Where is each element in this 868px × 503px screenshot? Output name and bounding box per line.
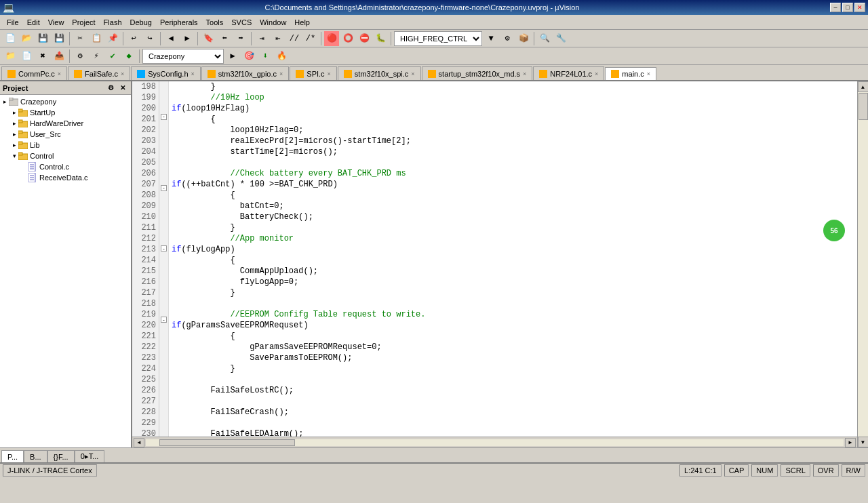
build-circle-button[interactable]: ⭕ <box>340 31 355 46</box>
menu-item-svcs[interactable]: SVCS <box>227 17 256 28</box>
tree-folder-item[interactable]: ▸Lib <box>0 140 131 150</box>
run-target-button[interactable]: ▶ <box>225 49 240 64</box>
tab-SPI_c[interactable]: SPI.c× <box>290 66 337 80</box>
check-button[interactable]: ✔ <box>105 49 120 64</box>
tree-folder-item[interactable]: ▸HardWareDriver <box>0 118 131 129</box>
menu-item-flash[interactable]: Flash <box>100 17 126 28</box>
tab-main_c[interactable]: main.c× <box>605 67 656 81</box>
menu-item-peripherals[interactable]: Peripherals <box>156 17 202 28</box>
bottom-tab-0[interactable]: P... <box>1 450 24 462</box>
project-settings-icon[interactable]: ⚙ <box>105 83 116 94</box>
scroll-track-h[interactable] <box>146 439 844 446</box>
add-group-button[interactable]: 📁 <box>3 49 18 64</box>
redo-button[interactable]: ↪ <box>142 31 157 46</box>
erase-button[interactable]: 🔥 <box>274 49 289 64</box>
tab-close-icon[interactable]: × <box>121 71 124 77</box>
uncomment-button[interactable]: /* <box>303 31 318 46</box>
nav-back-button[interactable]: ◀ <box>163 31 178 46</box>
scroll-thumb-v[interactable] <box>859 93 868 120</box>
bottom-tab-1[interactable]: B... <box>24 450 47 462</box>
diamond-button[interactable]: ◆ <box>121 49 136 64</box>
tab-close-icon[interactable]: × <box>411 71 414 77</box>
save-all-button[interactable]: 💾 <box>52 31 66 46</box>
bottom-tab-3[interactable]: 0▸T... <box>75 450 105 462</box>
save-button[interactable]: 💾 <box>35 31 50 46</box>
fold-marker[interactable]: - <box>159 112 168 122</box>
tree-expand-icon[interactable]: ▸ <box>1 98 8 105</box>
scroll-down-arrow[interactable]: ▼ <box>858 437 869 447</box>
wrench-button[interactable]: 🔧 <box>553 31 568 46</box>
fold-marker[interactable]: - <box>159 244 168 254</box>
scroll-left-arrow[interactable]: ◀ <box>134 438 144 447</box>
menu-item-window[interactable]: Window <box>256 17 290 28</box>
menu-item-debug[interactable]: Debug <box>126 17 156 28</box>
target-dropdown[interactable]: HIGH_FREQ_CTRL <box>394 31 482 46</box>
right-scrollbar[interactable]: ▲ ▼ <box>857 81 868 447</box>
tree-folder-item[interactable]: ▸Crazepony <box>0 96 131 107</box>
find-button[interactable]: 🔍 <box>537 31 552 46</box>
add-file-button[interactable]: 📄 <box>19 49 34 64</box>
tab-close-icon[interactable]: × <box>647 71 650 77</box>
tab-close-icon[interactable]: × <box>58 71 61 77</box>
tab-startup_stm32f10x_md_s[interactable]: startup_stm32f10x_md.s× <box>422 66 533 80</box>
project-dropdown[interactable]: Crazepony <box>142 49 224 64</box>
tab-NRF24L01_c[interactable]: NRF24L01.c× <box>533 66 604 80</box>
nav-forward-button[interactable]: ▶ <box>180 31 195 46</box>
tab-SysConfig_h[interactable]: SysConfig.h× <box>131 66 201 80</box>
minimize-button[interactable]: – <box>830 3 841 12</box>
tree-expand-icon[interactable]: ▾ <box>11 153 18 159</box>
export-button[interactable]: 📤 <box>52 49 66 64</box>
project-close-icon[interactable]: ✕ <box>117 83 128 94</box>
tree-folder-item[interactable]: ▾Control <box>0 150 131 161</box>
menu-item-file[interactable]: File <box>3 17 23 28</box>
tree-folder-item[interactable]: ▸User_Src <box>0 129 131 140</box>
tab-stm32f10x_gpio_c[interactable]: stm32f10x_gpio.c× <box>201 66 289 80</box>
open-button[interactable]: 📂 <box>19 31 34 46</box>
download-button[interactable]: ⬇ <box>258 49 273 64</box>
tab-close-icon[interactable]: × <box>523 71 526 77</box>
menu-item-edit[interactable]: Edit <box>23 17 44 28</box>
unindent-button[interactable]: ⇤ <box>271 31 285 46</box>
select-target-button[interactable]: ▼ <box>484 31 498 46</box>
horizontal-scrollbar[interactable]: ◀ ▶ <box>132 437 857 447</box>
build-button[interactable]: 🔴 <box>324 31 339 46</box>
tree-expand-icon[interactable]: ▸ <box>11 120 18 127</box>
debug-button[interactable]: 🐛 <box>373 31 388 46</box>
code-lines[interactable]: } //10Hz loop if(loop10HzFlag) { loop10H… <box>169 81 857 437</box>
tree-expand-icon[interactable]: ▸ <box>11 109 18 116</box>
tab-close-icon[interactable]: × <box>595 71 598 77</box>
scroll-track-v[interactable] <box>858 92 869 437</box>
undo-button[interactable]: ↩ <box>126 31 141 46</box>
tree-expand-icon[interactable]: ▸ <box>11 142 18 148</box>
tab-FailSafe_c[interactable]: FailSafe.c× <box>68 66 130 80</box>
menu-item-view[interactable]: View <box>44 17 68 28</box>
tab-close-icon[interactable]: × <box>279 71 283 77</box>
tree-file-item[interactable]: ReceiveData.c <box>0 172 131 183</box>
menu-item-project[interactable]: Project <box>68 17 99 28</box>
cut-button[interactable]: ✂ <box>73 31 87 46</box>
maximize-button[interactable]: □ <box>842 3 853 12</box>
bookmark-button[interactable]: 🔖 <box>201 31 216 46</box>
debug-target-button[interactable]: 🎯 <box>241 49 256 64</box>
fold-marker[interactable]: - <box>159 183 168 193</box>
bottom-tab-2[interactable]: {}F... <box>47 450 75 462</box>
copy-button[interactable]: 📋 <box>89 31 104 46</box>
tab-close-icon[interactable]: × <box>328 71 331 77</box>
tab-close-icon[interactable]: × <box>191 71 195 77</box>
tab-stm32f10x_spi_c[interactable]: stm32f10x_spi.c× <box>338 66 421 80</box>
scroll-right-arrow[interactable]: ▶ <box>845 438 856 447</box>
remove-button[interactable]: ✖ <box>35 49 50 64</box>
scroll-thumb-h[interactable] <box>159 439 295 446</box>
scroll-up-arrow[interactable]: ▲ <box>858 81 869 92</box>
prev-bookmark-button[interactable]: ⬅ <box>217 31 232 46</box>
fold-marker[interactable]: - <box>159 315 168 325</box>
menu-item-help[interactable]: Help <box>290 17 314 28</box>
tab-CommPc_c[interactable]: CommPc.c× <box>1 66 67 80</box>
settings-button[interactable]: ⚙ <box>500 31 515 46</box>
tree-expand-icon[interactable]: ▸ <box>11 131 18 138</box>
code-content[interactable]: 1981992002012022032042052062072082092102… <box>132 81 857 437</box>
comment-button[interactable]: // <box>287 31 302 46</box>
tree-folder-item[interactable]: ▸StartUp <box>0 107 131 118</box>
manage-button[interactable]: 📦 <box>516 31 531 46</box>
close-button[interactable]: ✕ <box>854 3 865 12</box>
